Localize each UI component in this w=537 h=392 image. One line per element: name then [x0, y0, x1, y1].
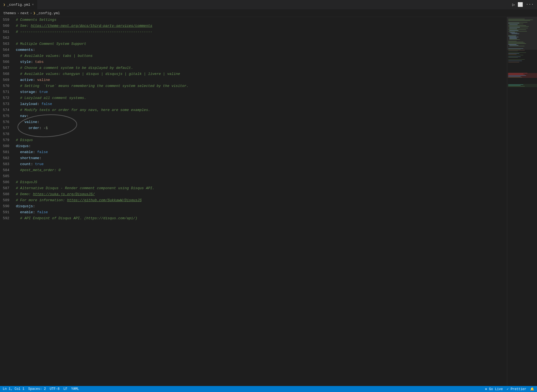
- breadcrumb-themes[interactable]: themes: [3, 11, 16, 15]
- svg-rect-46: [508, 73, 527, 73]
- status-eol[interactable]: LF: [63, 387, 67, 391]
- table-row: 573 lazyload: false: [0, 101, 507, 107]
- status-ln-col[interactable]: Ln 1, Col 1: [3, 387, 24, 391]
- svg-rect-35: [508, 51, 518, 51]
- table-row: 563 # Multiple Comment System Support: [0, 41, 507, 47]
- svg-rect-4: [508, 22, 527, 22]
- svg-rect-38: [508, 54, 517, 54]
- table-row: 572 # Lazyload all comment systems.: [0, 95, 507, 101]
- run-icon[interactable]: ▷: [512, 2, 515, 7]
- svg-rect-37: [508, 53, 519, 54]
- svg-rect-12: [509, 29, 517, 29]
- breadcrumb-next[interactable]: next: [20, 11, 29, 15]
- svg-rect-5: [508, 23, 519, 23]
- breadcrumb-yaml-icon: ❯: [33, 11, 36, 15]
- status-right: ⊕ Go Live ✓ Prettier 🔔: [485, 387, 534, 391]
- main-area: 559 # Comments Settings 560 # See: https…: [0, 17, 537, 386]
- svg-rect-19: [508, 35, 517, 36]
- table-row: 568 # Available values: changyan | disqu…: [0, 71, 507, 77]
- yaml-tab-icon: ❯: [3, 3, 5, 7]
- table-row: 561 # ----------------------------------…: [0, 29, 507, 35]
- svg-rect-50: [508, 76, 521, 77]
- svg-rect-8: [508, 25, 526, 26]
- tab-actions: ▷ ⬜ ···: [512, 2, 537, 7]
- table-row: 579 # Disqus: [0, 137, 507, 143]
- svg-rect-16: [509, 32, 515, 32]
- minimap[interactable]: [507, 17, 537, 386]
- minimap-content: [507, 17, 537, 266]
- code-lines: 559 # Comments Settings 560 # See: https…: [0, 17, 507, 221]
- more-actions-icon[interactable]: ···: [526, 2, 534, 7]
- table-row: 566 style: tabs: [0, 59, 507, 65]
- table-row: 581 enable: false: [0, 149, 507, 155]
- svg-rect-51: [508, 77, 522, 77]
- svg-rect-18: [512, 34, 519, 34]
- table-row: 590 disqusjs:: [0, 203, 507, 209]
- svg-rect-25: [508, 41, 517, 41]
- table-row: 589 # For more information: https://gith…: [0, 197, 507, 203]
- breadcrumb-sep-1: ›: [17, 11, 19, 15]
- svg-rect-39: [508, 55, 523, 55]
- breadcrumb-sep-2: ›: [30, 11, 32, 15]
- table-row: 582 shortname:: [0, 155, 507, 161]
- tab-close-button[interactable]: ×: [32, 3, 34, 6]
- svg-rect-30: [509, 45, 518, 45]
- prettier-button[interactable]: ✓ Prettier: [507, 387, 526, 391]
- svg-rect-22: [509, 38, 517, 38]
- editor-scroll[interactable]: 559 # Comments Settings 560 # See: https…: [0, 17, 507, 386]
- table-row: 584 #post_meta_order: 0: [0, 167, 507, 173]
- active-tab[interactable]: ❯ _config.yml ×: [0, 0, 37, 10]
- table-row: 571 storage: true: [0, 89, 507, 95]
- breadcrumb-filename[interactable]: _config.yml: [36, 11, 60, 15]
- svg-rect-3: [508, 21, 530, 21]
- table-row: 569 active: valine: [0, 77, 507, 83]
- svg-rect-6: [508, 24, 523, 24]
- svg-rect-34: [508, 50, 525, 50]
- svg-rect-9: [508, 26, 529, 27]
- svg-rect-26: [508, 42, 523, 42]
- svg-rect-13: [508, 30, 526, 30]
- svg-rect-1: [508, 19, 525, 19]
- svg-rect-42: [508, 59, 525, 60]
- table-row: 580 disqus:: [0, 143, 507, 149]
- go-live-button[interactable]: ⊕ Go Live: [485, 387, 503, 391]
- table-row: 591 enable: false: [0, 209, 507, 215]
- table-row: 575 nav:: [0, 113, 507, 119]
- status-encoding[interactable]: UTF-8: [50, 387, 60, 391]
- table-row: 587 # Alternative Disqus - Render commen…: [0, 185, 507, 191]
- svg-rect-7: [509, 25, 518, 25]
- table-row: 583 count: true: [0, 161, 507, 167]
- table-row: 565 # Available values: tabs | buttons: [0, 53, 507, 59]
- svg-rect-32: [508, 48, 523, 49]
- svg-rect-27: [508, 43, 525, 43]
- svg-rect-15: [508, 31, 527, 31]
- svg-rect-24: [509, 39, 520, 40]
- svg-rect-47: [508, 74, 523, 74]
- tab-bar: ❯ _config.yml × ▷ ⬜ ···: [0, 0, 537, 10]
- svg-rect-44: [508, 62, 519, 62]
- svg-rect-36: [508, 52, 526, 53]
- svg-rect-41: [508, 57, 518, 58]
- svg-rect-53: [508, 84, 523, 85]
- table-row: 588 # Demo: https://suka.js.org/DisqusJS…: [0, 191, 507, 197]
- svg-rect-43: [508, 61, 522, 61]
- status-spaces[interactable]: Spaces: 2: [28, 387, 46, 391]
- svg-rect-29: [508, 44, 517, 45]
- table-row: 564 comments:: [0, 47, 507, 53]
- table-row: 562: [0, 35, 507, 41]
- svg-rect-17: [510, 33, 517, 33]
- table-row: 567 # Choose a comment system to be disp…: [0, 65, 507, 71]
- split-editor-icon[interactable]: ⬜: [518, 2, 523, 7]
- table-row: 574 # Modify texts or order for any navs…: [0, 107, 507, 113]
- svg-rect-49: [508, 75, 526, 76]
- tab-filename: _config.yml: [7, 3, 30, 7]
- svg-rect-55: [508, 86, 525, 86]
- svg-rect-11: [508, 28, 528, 28]
- svg-rect-33: [508, 49, 521, 49]
- status-language[interactable]: YAML: [71, 387, 79, 391]
- svg-rect-23: [509, 39, 517, 39]
- notification-bell[interactable]: 🔔: [530, 387, 534, 391]
- table-row: 576 valine:: [0, 119, 507, 125]
- svg-rect-28: [508, 43, 526, 44]
- table-row: 578: [0, 131, 507, 137]
